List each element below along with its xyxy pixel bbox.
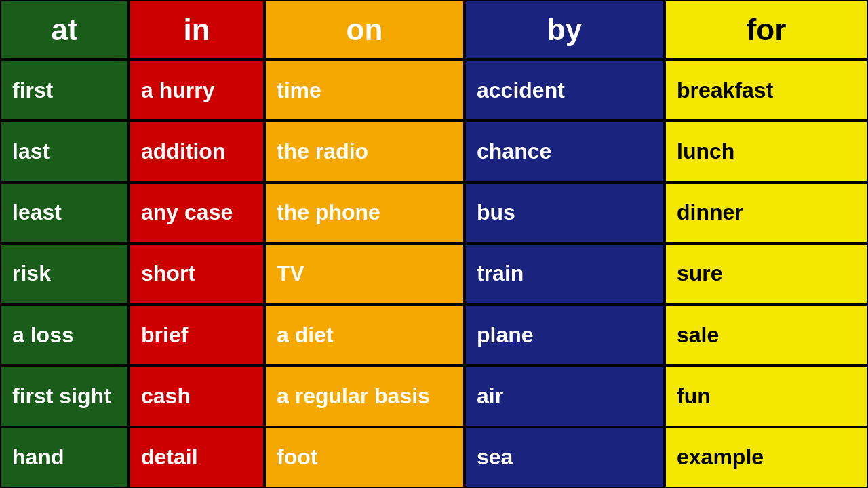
table-row: handdetailfootseaexample	[0, 427, 868, 488]
preposition-table: at in on by for firsta hurrytimeaccident…	[0, 0, 868, 488]
table-cell: cash	[129, 365, 264, 426]
table-cell: fun	[665, 365, 868, 426]
table-cell: sale	[665, 304, 868, 365]
table-row: lastadditionthe radiochancelunch	[0, 121, 868, 182]
table-cell: the phone	[264, 182, 465, 243]
table-cell: a regular basis	[264, 365, 465, 426]
table-cell: a diet	[264, 304, 465, 365]
header-in: in	[129, 0, 264, 60]
table-row: first sightcasha regular basisairfun	[0, 365, 868, 426]
table-cell: bus	[465, 182, 665, 243]
table-row: leastany casethe phonebusdinner	[0, 182, 868, 243]
header-on: on	[264, 0, 465, 60]
table-cell: the radio	[264, 121, 465, 182]
table-cell: foot	[264, 427, 465, 488]
table-cell: accident	[465, 60, 665, 121]
table-cell: train	[465, 243, 665, 304]
table-cell: time	[264, 60, 465, 121]
table-cell: least	[0, 182, 129, 243]
header-for: for	[665, 0, 868, 60]
header-by: by	[465, 0, 665, 60]
table-cell: risk	[0, 243, 129, 304]
header-at: at	[0, 0, 129, 60]
table-cell: air	[465, 365, 665, 426]
table-row: a lossbriefa dietplanesale	[0, 304, 868, 365]
table-cell: first sight	[0, 365, 129, 426]
table-cell: breakfast	[665, 60, 868, 121]
table-cell: first	[0, 60, 129, 121]
table-cell: a loss	[0, 304, 129, 365]
table-cell: sure	[665, 243, 868, 304]
table-row: firsta hurrytimeaccidentbreakfast	[0, 60, 868, 121]
table-cell: detail	[129, 427, 264, 488]
table-cell: example	[665, 427, 868, 488]
table-cell: dinner	[665, 182, 868, 243]
header-row: at in on by for	[0, 0, 868, 60]
table-cell: brief	[129, 304, 264, 365]
table-cell: plane	[465, 304, 665, 365]
table-cell: addition	[129, 121, 264, 182]
table-cell: chance	[465, 121, 665, 182]
data-rows: firsta hurrytimeaccidentbreakfastlastadd…	[0, 60, 868, 488]
table-cell: lunch	[665, 121, 868, 182]
table-cell: last	[0, 121, 129, 182]
table-cell: any case	[129, 182, 264, 243]
table-cell: sea	[465, 427, 665, 488]
table-cell: hand	[0, 427, 129, 488]
table-cell: short	[129, 243, 264, 304]
table-cell: TV	[264, 243, 465, 304]
table-cell: a hurry	[129, 60, 264, 121]
table-row: riskshortTVtrainsure	[0, 243, 868, 304]
